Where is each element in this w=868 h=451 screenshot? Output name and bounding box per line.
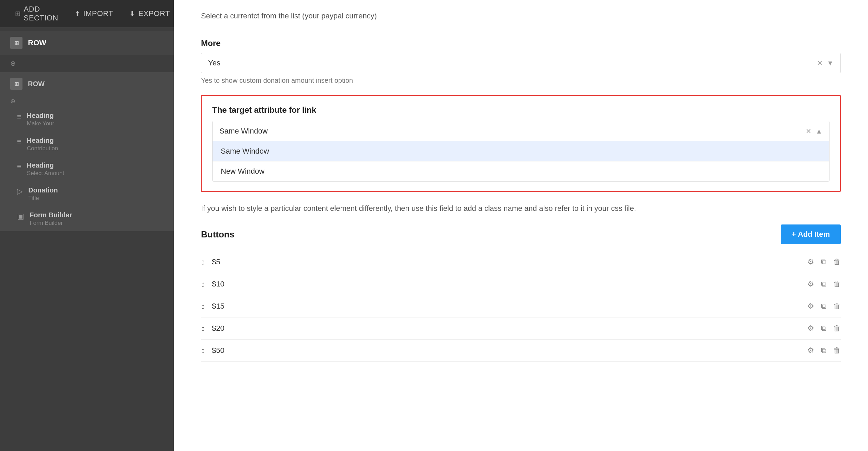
drag-icon-15[interactable]: ↕ [201,301,205,311]
button-label-20: $20 [212,324,807,333]
drag-icon-20[interactable]: ↕ [201,324,205,333]
sidebar: ⊞ ADD SECTION ⬆ IMPORT ⬇ EXPORT ▣ PAGE ⊞… [0,0,174,451]
option-same-window[interactable]: Same Window [213,141,829,161]
delete-icon-50[interactable]: 🗑 [833,346,841,355]
sidebar-item-heading-2[interactable]: ≡ Heading Contribution [0,132,174,157]
drag-handle-1[interactable]: ⊕ [0,56,174,71]
more-select[interactable]: Yes ✕ ▼ [201,53,841,73]
button-label-15: $15 [212,302,807,311]
more-select-value: Yes [208,59,817,67]
button-label-5: $5 [212,258,807,266]
sidebar-item-donation[interactable]: ▷ Donation Title [0,182,174,206]
button-actions-5: ⚙ ⧉ 🗑 [807,258,841,266]
add-item-button[interactable]: + Add Item [781,224,841,244]
copy-icon-50[interactable]: ⧉ [821,346,826,355]
drag-icon-5[interactable]: ↕ [201,257,205,267]
target-dropdown[interactable]: Same Window ✕ ▲ Same Window New Window [212,121,830,182]
row-1-header: ⊞ ROW [0,31,174,55]
copy-icon-10[interactable]: ⧉ [821,280,826,289]
import-button[interactable]: ⬆ IMPORT [66,0,122,27]
row-2-icon: ⊞ [10,78,22,90]
target-clear-icon[interactable]: ✕ [806,127,811,135]
sidebar-toolbar: ⊞ ADD SECTION ⬆ IMPORT ⬇ EXPORT ▣ PAGE [0,0,174,27]
more-dropdown-icon[interactable]: ▼ [827,59,834,67]
button-label-50: $50 [212,346,807,355]
settings-icon-50[interactable]: ⚙ [807,346,814,355]
form-builder-icon: ▣ [17,212,24,221]
row-2-header: ⊞ ROW [0,72,174,95]
target-section-label: The target attribute for link [212,105,830,115]
import-icon: ⬆ [75,10,81,18]
drag-handle-2[interactable]: ⊕ [0,95,174,107]
target-attribute-section: The target attribute for link Same Windo… [201,95,841,192]
button-actions-15: ⚙ ⧉ 🗑 [807,302,841,311]
row-1-icon: ⊞ [10,37,22,49]
target-dropdown-header[interactable]: Same Window ✕ ▲ [213,121,829,141]
drag-icon-50[interactable]: ↕ [201,346,205,355]
button-row-5: ↕ $5 ⚙ ⧉ 🗑 [201,251,841,273]
delete-icon-10[interactable]: 🗑 [833,280,841,289]
button-row-10: ↕ $10 ⚙ ⧉ 🗑 [201,273,841,295]
copy-icon-5[interactable]: ⧉ [821,258,826,266]
copy-icon-15[interactable]: ⧉ [821,302,826,311]
delete-icon-20[interactable]: 🗑 [833,324,841,333]
button-actions-50: ⚙ ⧉ 🗑 [807,346,841,355]
export-icon: ⬇ [129,10,136,18]
button-actions-20: ⚙ ⧉ 🗑 [807,324,841,333]
button-actions-10: ⚙ ⧉ 🗑 [807,280,841,289]
button-row-50: ↕ $50 ⚙ ⧉ 🗑 [201,340,841,362]
settings-icon-20[interactable]: ⚙ [807,324,814,333]
export-button[interactable]: ⬇ EXPORT [121,0,178,27]
buttons-section-header: Buttons + Add Item [201,224,841,244]
add-section-icon: ⊞ [15,10,21,18]
main-content: Select a currentct from the list (your p… [174,0,868,451]
heading-icon-2: ≡ [17,137,21,146]
sidebar-item-form-builder[interactable]: ▣ Form Builder Form Builder [0,206,174,231]
sidebar-item-heading-1[interactable]: ≡ Heading Make Your [0,107,174,132]
target-chevron-up-icon[interactable]: ▲ [816,127,822,135]
donation-icon: ▷ [17,187,23,196]
more-hint: Yes to show custom donation amount inser… [201,77,841,84]
add-section-button[interactable]: ⊞ ADD SECTION [7,0,66,27]
settings-icon-5[interactable]: ⚙ [807,258,814,266]
delete-icon-5[interactable]: 🗑 [833,258,841,266]
option-new-window[interactable]: New Window [213,161,829,181]
copy-icon-20[interactable]: ⧉ [821,324,826,333]
more-clear-icon[interactable]: ✕ [817,59,823,67]
more-label: More [201,38,841,48]
css-hint: If you wish to style a particular conten… [201,202,841,214]
currency-hint: Select a currentct from the list (your p… [201,0,841,28]
button-row-15: ↕ $15 ⚙ ⧉ 🗑 [201,295,841,317]
sidebar-item-heading-3[interactable]: ≡ Heading Select Amount [0,157,174,182]
settings-icon-15[interactable]: ⚙ [807,302,814,311]
button-label-10: $10 [212,280,807,289]
settings-icon-10[interactable]: ⚙ [807,280,814,289]
button-row-20: ↕ $20 ⚙ ⧉ 🗑 [201,317,841,340]
target-current-value: Same Window [219,127,806,136]
heading-icon-1: ≡ [17,112,21,121]
drag-icon-10[interactable]: ↕ [201,279,205,289]
sidebar-content: ⊞ ROW ⊕ ⊞ ROW ⊕ ≡ Heading Make Your ≡ [0,27,174,236]
heading-icon-3: ≡ [17,162,21,171]
buttons-label: Buttons [201,229,234,240]
row-2-section: ⊞ ROW ⊕ ≡ Heading Make Your ≡ Heading Co… [0,72,174,231]
delete-icon-15[interactable]: 🗑 [833,302,841,311]
